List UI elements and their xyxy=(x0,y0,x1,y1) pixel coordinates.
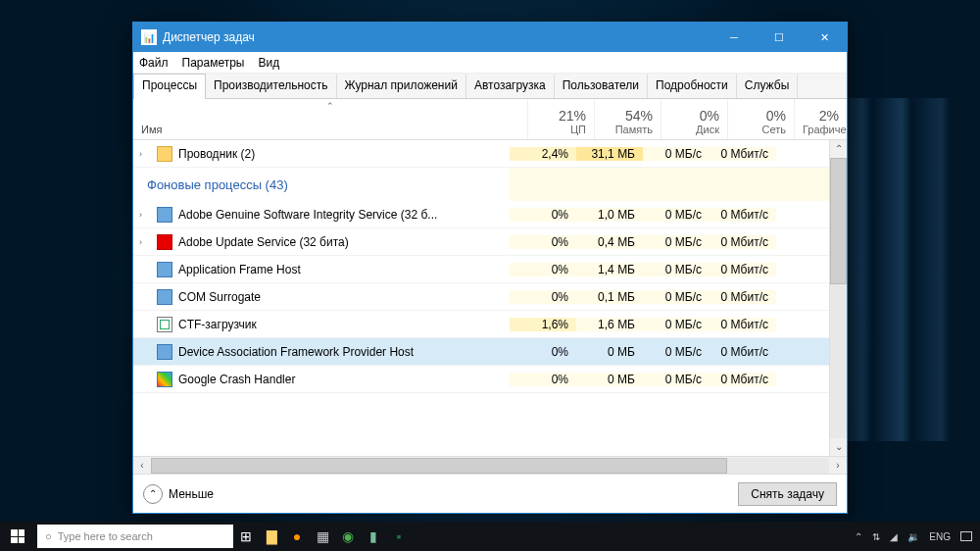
cell-disk: 0 МБ/с xyxy=(643,235,710,249)
process-row[interactable]: CTF-загрузчик1,6%1,6 МБ0 МБ/с0 Мбит/с xyxy=(133,311,829,338)
close-button[interactable]: ✕ xyxy=(802,23,847,52)
tray-wifi-icon[interactable]: ◢ xyxy=(890,531,898,542)
menu-view[interactable]: Вид xyxy=(258,56,279,70)
cell-cpu: 0% xyxy=(510,235,576,249)
cell-disk: 0 МБ/с xyxy=(643,345,710,359)
process-row[interactable]: ›Проводник (2)2,4%31,1 МБ0 МБ/с0 Мбит/с xyxy=(133,140,829,168)
cell-disk: 0 МБ/с xyxy=(643,373,710,386)
column-header-disk[interactable]: 0%Диск xyxy=(661,99,727,139)
tray-notifications-icon[interactable] xyxy=(960,531,972,541)
footer-bar: ⌃ Меньше Снять задачу xyxy=(133,474,847,513)
task-manager-window: 📊 Диспетчер задач ─ ☐ ✕ Файл Параметры В… xyxy=(132,22,848,514)
scroll-thumb[interactable] xyxy=(830,158,847,284)
taskbar-app-chrome[interactable]: ◉ xyxy=(335,522,361,551)
tray-language[interactable]: ENG xyxy=(929,531,951,542)
menu-file[interactable]: Файл xyxy=(139,56,169,70)
cell-mem: 1,0 МБ xyxy=(576,208,643,222)
taskbar-app-folder[interactable]: ▇ xyxy=(259,522,284,551)
scroll-up-icon[interactable]: ⌃ xyxy=(830,140,847,158)
cell-mem: 1,4 МБ xyxy=(576,263,643,276)
column-headers: ⌃ Имя 21%ЦП 54%Память 0%Диск 0%Сеть 2%Гр… xyxy=(133,99,847,140)
app-icon: 📊 xyxy=(141,29,157,45)
cell-net: 0 Мбит/с xyxy=(710,318,776,331)
menu-options[interactable]: Параметры xyxy=(182,56,245,70)
column-header-gpu[interactable]: 2%Графиче xyxy=(794,99,847,139)
task-view-icon[interactable]: ⊞ xyxy=(233,522,259,551)
process-name: COM Surrogate xyxy=(178,290,261,304)
taskbar[interactable]: ○Type here to search ⊞ ▇ ● ▦ ◉ ▮ ▪ ⌃ ⇅ ◢… xyxy=(0,522,980,551)
process-icon xyxy=(157,289,172,305)
expand-icon[interactable]: › xyxy=(139,237,151,247)
tab-processes[interactable]: Процессы xyxy=(133,74,206,99)
start-button[interactable] xyxy=(0,522,35,551)
column-label-name: Имя xyxy=(141,124,519,135)
system-tray[interactable]: ⌃ ⇅ ◢ 🔉 ENG xyxy=(855,531,980,542)
column-header-memory[interactable]: 54%Память xyxy=(594,99,661,139)
column-header-name[interactable]: ⌃ Имя xyxy=(133,99,527,139)
search-box[interactable]: ○Type here to search xyxy=(37,525,233,548)
cell-net: 0 Мбит/с xyxy=(710,235,776,249)
chevron-up-icon: ⌃ xyxy=(143,484,163,504)
process-row[interactable]: Application Frame Host0%1,4 МБ0 МБ/с0 Мб… xyxy=(133,256,829,283)
end-task-button[interactable]: Снять задачу xyxy=(738,482,837,506)
cell-disk: 0 МБ/с xyxy=(643,147,710,161)
cell-cpu: 0% xyxy=(510,208,576,222)
horizontal-scrollbar[interactable]: ‹ › xyxy=(133,456,847,474)
tray-chevron-icon[interactable]: ⌃ xyxy=(855,531,862,542)
titlebar[interactable]: 📊 Диспетчер задач ─ ☐ ✕ xyxy=(133,23,847,52)
cell-net: 0 Мбит/с xyxy=(710,263,776,276)
group-header-background[interactable]: Фоновые процессы (43) xyxy=(133,168,510,201)
process-row[interactable]: ›Adobe Genuine Software Integrity Servic… xyxy=(133,201,829,228)
maximize-button[interactable]: ☐ xyxy=(757,23,802,52)
process-row[interactable]: Device Association Framework Provider Ho… xyxy=(133,338,829,366)
cell-cpu: 0% xyxy=(510,263,576,276)
cell-net: 0 Мбит/с xyxy=(710,373,776,386)
scroll-down-icon[interactable]: ⌄ xyxy=(830,438,847,456)
expand-icon[interactable]: › xyxy=(139,210,151,220)
cell-disk: 0 МБ/с xyxy=(643,318,710,331)
tab-startup[interactable]: Автозагрузка xyxy=(466,74,555,98)
cell-cpu: 0% xyxy=(510,373,576,386)
tab-details[interactable]: Подробности xyxy=(648,74,737,98)
tray-volume-icon[interactable]: 🔉 xyxy=(907,531,919,542)
window-title: Диспетчер задач xyxy=(163,30,711,44)
taskbar-app-calc[interactable]: ▦ xyxy=(310,522,335,551)
cell-mem: 0,4 МБ xyxy=(576,235,643,249)
scroll-left-icon[interactable]: ‹ xyxy=(133,460,151,471)
process-icon xyxy=(157,234,172,250)
cell-mem: 0,1 МБ xyxy=(576,290,643,304)
cell-disk: 0 МБ/с xyxy=(643,290,710,304)
process-row[interactable]: ›Adobe Update Service (32 бита)0%0,4 МБ0… xyxy=(133,228,829,256)
fewer-details-button[interactable]: ⌃ Меньше xyxy=(143,484,214,504)
cell-mem: 1,6 МБ xyxy=(576,318,643,331)
process-name: Application Frame Host xyxy=(178,263,301,276)
process-name: Adobe Genuine Software Integrity Service… xyxy=(178,208,437,222)
taskbar-app-excel[interactable]: ▪ xyxy=(386,522,412,551)
hscroll-thumb[interactable] xyxy=(151,458,727,474)
scroll-right-icon[interactable]: › xyxy=(829,460,847,471)
cell-net: 0 Мбит/с xyxy=(710,290,776,304)
cell-cpu: 0% xyxy=(510,290,576,304)
column-header-network[interactable]: 0%Сеть xyxy=(727,99,794,139)
tab-performance[interactable]: Производительность xyxy=(206,74,336,98)
expand-icon[interactable]: › xyxy=(139,149,151,159)
taskbar-app-firefox[interactable]: ● xyxy=(284,522,310,551)
cell-mem: 31,1 МБ xyxy=(576,147,643,161)
tab-app-history[interactable]: Журнал приложений xyxy=(337,74,466,98)
process-row[interactable]: Google Crash Handler0%0 МБ0 МБ/с0 Мбит/с xyxy=(133,366,829,393)
process-icon xyxy=(157,317,172,332)
process-list: ›Проводник (2)2,4%31,1 МБ0 МБ/с0 Мбит/сФ… xyxy=(133,140,847,456)
vertical-scrollbar[interactable]: ⌃ ⌄ xyxy=(829,140,847,456)
process-name: Adobe Update Service (32 бита) xyxy=(178,235,349,249)
tab-strip: Процессы Производительность Журнал прило… xyxy=(133,74,847,99)
tab-users[interactable]: Пользователи xyxy=(555,74,648,98)
process-row[interactable]: COM Surrogate0%0,1 МБ0 МБ/с0 Мбит/с xyxy=(133,283,829,311)
cell-disk: 0 МБ/с xyxy=(643,208,710,222)
tab-services[interactable]: Службы xyxy=(737,74,798,98)
tray-network-icon[interactable]: ⇅ xyxy=(872,531,880,542)
taskbar-app-notepad[interactable]: ▮ xyxy=(361,522,386,551)
minimize-button[interactable]: ─ xyxy=(711,23,757,52)
column-header-cpu[interactable]: 21%ЦП xyxy=(527,99,594,139)
cell-net: 0 Мбит/с xyxy=(710,345,776,359)
menubar: Файл Параметры Вид xyxy=(133,52,847,74)
